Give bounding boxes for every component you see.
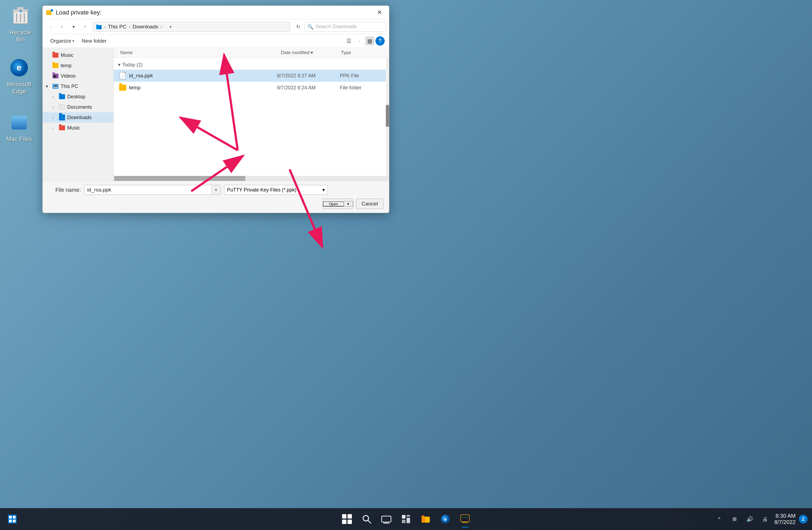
sidebar-item-music-thispc[interactable]: › Music: [43, 123, 113, 133]
svg-rect-40: [402, 520, 405, 523]
putty-button[interactable]: C:\> _: [456, 510, 474, 528]
file-explorer-button[interactable]: [417, 510, 435, 528]
sort-icon: ▾: [311, 50, 313, 56]
folder-icon-temp: [119, 84, 126, 91]
search-bar[interactable]: 🔍 Search Downloads: [304, 22, 386, 32]
h-scrollbar-thumb[interactable]: [114, 176, 245, 181]
breadcrumb-sep-3: ›: [160, 24, 162, 30]
printer-button[interactable]: 🖨: [759, 513, 771, 525]
v-scrollbar-thumb[interactable]: [386, 105, 389, 127]
sidebar-item-documents[interactable]: › Documents: [43, 102, 113, 112]
breadcrumb-this-pc[interactable]: This PC: [108, 24, 127, 30]
svg-text:e: e: [17, 62, 21, 72]
load-private-key-dialog: 🔑 ↑ Load private key: ✕ ‹ › ▾ ↑ › This P…: [42, 5, 389, 213]
file-group-today[interactable]: ▾ Today (2): [114, 60, 389, 70]
search-button[interactable]: [358, 510, 376, 528]
mac-files-icon[interactable]: Mac Files: [1, 109, 37, 145]
sidebar-item-this-pc[interactable]: ▾ 💻 This PC: [43, 81, 113, 91]
main-area: Music temp ▶ Videos: [43, 48, 389, 181]
downloads-folder-icon: ↓: [59, 115, 65, 120]
breadcrumb-downloads[interactable]: Downloads: [132, 24, 158, 30]
file-type-temp: File folder: [340, 85, 383, 91]
taskbar-files-btn[interactable]: [5, 512, 19, 526]
vertical-scrollbar[interactable]: [386, 58, 389, 176]
sidebar-item-music[interactable]: Music: [43, 50, 113, 60]
back-button[interactable]: ‹: [45, 21, 56, 32]
second-screen-button[interactable]: ⊞: [728, 513, 740, 525]
sidebar-item-videos[interactable]: ▶ Videos: [43, 71, 113, 81]
sidebar-item-temp[interactable]: temp: [43, 60, 113, 71]
notification-count: 2: [802, 516, 804, 522]
help-button[interactable]: ?: [375, 36, 385, 46]
open-button[interactable]: Open: [323, 201, 344, 207]
bottom-area: File name: ▾ PuTTY Private Key Files (*.…: [43, 181, 389, 213]
col-header-date[interactable]: Date modified ▾: [280, 50, 340, 56]
svg-rect-51: [462, 522, 468, 523]
widgets-button[interactable]: [397, 510, 415, 528]
volume-button[interactable]: 🔊: [744, 513, 756, 525]
svg-rect-30: [348, 514, 352, 518]
start-button[interactable]: [338, 510, 356, 528]
forward-button[interactable]: ›: [57, 21, 67, 32]
svg-text:♻: ♻: [19, 10, 22, 13]
recycle-bin-icon[interactable]: ♻ Recycle Bin: [3, 3, 38, 45]
taskbar-right: ^ ⊞ 🔊 🖨 8:30 AM 8/7/2022 2: [713, 513, 808, 525]
open-dropdown-button[interactable]: ▾: [344, 201, 353, 207]
microsoft-edge-icon[interactable]: e Microsoft Edge: [1, 55, 37, 97]
cancel-button[interactable]: Cancel: [356, 198, 383, 209]
refresh-button[interactable]: ↻: [293, 21, 303, 32]
col-header-name[interactable]: Name: [119, 50, 280, 56]
filetype-select[interactable]: PuTTY Private Key Files (*.ppk) ▾: [224, 185, 328, 195]
expand-arrow-desktop: ›: [53, 94, 57, 99]
more-options-button[interactable]: ·: [354, 36, 364, 46]
new-folder-button[interactable]: New folder: [78, 36, 110, 46]
organize-dropdown-icon: ▾: [72, 39, 74, 43]
svg-rect-27: [9, 520, 12, 522]
svg-rect-39: [407, 515, 410, 517]
taskbar-center: e C:\> _: [338, 510, 474, 528]
breadcrumb-expand-button[interactable]: ▾: [165, 21, 176, 32]
sidebar-item-desktop[interactable]: › Desktop: [43, 91, 113, 102]
svg-rect-26: [13, 516, 16, 518]
show-hidden-icons-button[interactable]: ^: [713, 513, 725, 525]
svg-text:↑: ↑: [52, 10, 53, 12]
column-headers: Name Date modified ▾ Type: [114, 48, 389, 58]
horizontal-scrollbar[interactable]: [114, 176, 389, 181]
svg-text:e: e: [444, 517, 447, 522]
filename-input[interactable]: [84, 185, 211, 194]
filename-dropdown-button[interactable]: ▾: [211, 185, 220, 194]
sidebar-item-downloads[interactable]: › ↓ Downloads: [43, 112, 113, 123]
svg-rect-10: [12, 116, 27, 130]
breadcrumb-bar[interactable]: › This PC › Downloads › ▾: [93, 22, 290, 32]
organize-button[interactable]: Organize ▾: [47, 36, 77, 46]
file-explorer-icon: [420, 514, 431, 524]
up-button[interactable]: ↑: [80, 21, 90, 32]
svg-rect-25: [9, 516, 12, 518]
filename-row: File name: ▾ PuTTY Private Key Files (*.…: [48, 185, 383, 195]
edge-taskbar-button[interactable]: e: [436, 510, 454, 528]
file-row-temp[interactable]: temp 8/7/2022 8:24 AM File folder: [114, 82, 389, 94]
sidebar-downloads-label: Downloads: [67, 115, 110, 120]
task-view-button[interactable]: [377, 510, 395, 528]
close-button[interactable]: ✕: [373, 8, 386, 17]
svg-rect-31: [342, 520, 346, 524]
ppk-file-icon: 📄: [119, 72, 126, 79]
edge-taskbar-icon: e: [440, 514, 451, 524]
mac-files-label: Mac Files: [6, 135, 32, 143]
svg-rect-28: [13, 520, 16, 522]
preview-pane-button[interactable]: ▦: [365, 36, 374, 46]
file-row-id-rsa-ppk[interactable]: 📄 id_rsa.ppk 8/7/2022 8:27 AM PPK File: [114, 70, 389, 82]
putty-icon: C:\> _: [460, 514, 470, 524]
svg-rect-41: [407, 518, 410, 523]
notification-badge[interactable]: 2: [799, 515, 808, 524]
recent-locations-button[interactable]: ▾: [68, 21, 79, 32]
svg-rect-29: [342, 514, 346, 518]
sidebar-this-pc-label: This PC: [61, 84, 110, 89]
svg-rect-38: [402, 515, 405, 518]
widgets-icon: [401, 514, 411, 524]
view-list-button[interactable]: ☰: [344, 36, 353, 46]
music-folder-icon-2: [59, 125, 65, 131]
system-clock[interactable]: 8:30 AM 8/7/2022: [774, 513, 796, 525]
col-header-type[interactable]: Type: [340, 50, 383, 56]
taskbar: e C:\> _ ^ ⊞: [0, 508, 812, 530]
